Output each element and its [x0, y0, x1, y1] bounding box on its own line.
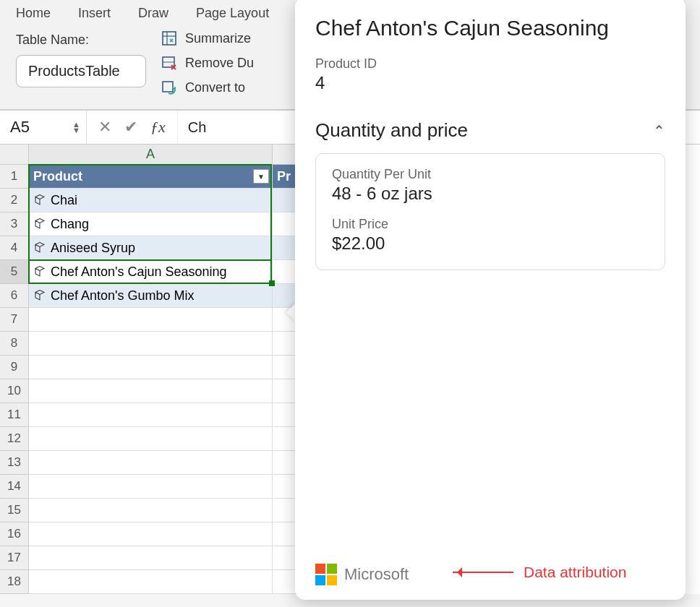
table-name-input[interactable]: [16, 55, 146, 87]
tab-draw[interactable]: Draw: [138, 6, 168, 21]
remove-dup-icon: [161, 54, 178, 72]
data-cell[interactable]: Chang: [29, 212, 273, 236]
data-cell[interactable]: Chef Anton's Cajun Seasoning: [29, 260, 273, 284]
card-title: Chef Anton's Cajun Seasoning: [315, 16, 665, 40]
row-header[interactable]: 17: [0, 546, 29, 570]
svg-rect-0: [163, 32, 176, 45]
tab-page-layout[interactable]: Page Layout: [196, 6, 269, 21]
table-header-product[interactable]: Product▼: [29, 165, 273, 189]
annotation-arrow-icon: [453, 572, 513, 573]
row-header[interactable]: 12: [0, 427, 29, 451]
microsoft-logo-icon: [315, 564, 337, 585]
cell[interactable]: [29, 570, 273, 594]
table-name-label: Table Name:: [16, 33, 146, 48]
remove-dup-label: Remove Du: [185, 56, 254, 71]
row-header[interactable]: 15: [0, 499, 29, 522]
product-id-label: Product ID: [315, 56, 665, 72]
qpu-value: 48 - 6 oz jars: [332, 184, 649, 204]
fx-icon[interactable]: ƒx: [150, 118, 166, 137]
data-cell[interactable]: Chef Anton's Gumbo Mix: [29, 284, 273, 308]
product-id-value: 4: [315, 73, 665, 93]
select-all-corner[interactable]: [0, 145, 29, 165]
card-section-body: Quantity Per Unit 48 - 6 oz jars Unit Pr…: [315, 153, 665, 270]
cell[interactable]: [29, 379, 273, 403]
cell[interactable]: [29, 499, 273, 522]
cell[interactable]: [29, 356, 273, 379]
cell[interactable]: [29, 332, 273, 356]
row-header[interactable]: 2: [0, 189, 29, 212]
cell[interactable]: [29, 451, 273, 475]
annotation: Data attribution: [453, 564, 626, 581]
table-name-group: Table Name:: [16, 28, 146, 87]
cell[interactable]: [29, 403, 273, 427]
cell[interactable]: [29, 546, 273, 570]
svg-rect-5: [163, 82, 173, 92]
name-box-stepper[interactable]: ▲▼: [72, 121, 80, 133]
row-header[interactable]: 7: [0, 308, 29, 332]
row-header[interactable]: 1: [0, 165, 29, 189]
row-header[interactable]: 9: [0, 356, 29, 379]
convert-icon: [161, 79, 178, 96]
row-header[interactable]: 8: [0, 332, 29, 356]
cell[interactable]: [29, 522, 273, 546]
row-header[interactable]: 5: [0, 260, 29, 284]
filter-dropdown-icon[interactable]: ▼: [253, 169, 269, 184]
row-header[interactable]: 18: [0, 570, 29, 594]
data-type-card: Chef Anton's Cajun Seasoning Product ID …: [295, 0, 686, 600]
cell[interactable]: [29, 475, 273, 499]
cell[interactable]: [29, 427, 273, 451]
fill-handle[interactable]: [269, 280, 275, 286]
data-cell[interactable]: Chai: [29, 189, 273, 212]
provider-name: Microsoft: [344, 565, 409, 584]
convert-label: Convert to: [185, 80, 245, 95]
tab-insert[interactable]: Insert: [78, 6, 111, 21]
row-header[interactable]: 6: [0, 284, 29, 308]
col-header-a[interactable]: A: [29, 145, 273, 165]
card-section-title: Quantity and price: [315, 119, 468, 142]
remove-duplicates-button[interactable]: Remove Du: [161, 54, 254, 72]
annotation-text: Data attribution: [524, 564, 626, 581]
qpu-label: Quantity Per Unit: [332, 167, 649, 182]
row-header[interactable]: 10: [0, 379, 29, 403]
cancel-icon[interactable]: ✕: [98, 118, 111, 137]
name-box[interactable]: A5 ▲▼: [0, 111, 87, 144]
summarize-label: Summarize: [185, 31, 251, 46]
name-box-value: A5: [10, 118, 30, 137]
ribbon-tools: Summarize Remove Du Convert to: [161, 30, 254, 96]
enter-icon[interactable]: ✔: [124, 118, 137, 137]
summarize-with-pivot-button[interactable]: Summarize: [161, 30, 254, 47]
row-header[interactable]: 11: [0, 403, 29, 427]
price-label: Unit Price: [332, 217, 649, 232]
row-header[interactable]: 4: [0, 236, 29, 260]
data-cell[interactable]: Aniseed Syrup: [29, 236, 273, 260]
chevron-up-icon[interactable]: ⌃: [653, 122, 665, 139]
tab-home[interactable]: Home: [16, 6, 51, 21]
row-header[interactable]: 16: [0, 522, 29, 546]
convert-to-range-button[interactable]: Convert to: [161, 79, 254, 96]
cell[interactable]: [29, 308, 273, 332]
row-header[interactable]: 3: [0, 212, 29, 236]
row-header[interactable]: 13: [0, 451, 29, 475]
pivot-icon: [161, 30, 178, 47]
row-header[interactable]: 14: [0, 475, 29, 499]
card-section-header[interactable]: Quantity and price ⌃: [315, 119, 665, 142]
price-value: $22.00: [332, 233, 649, 254]
